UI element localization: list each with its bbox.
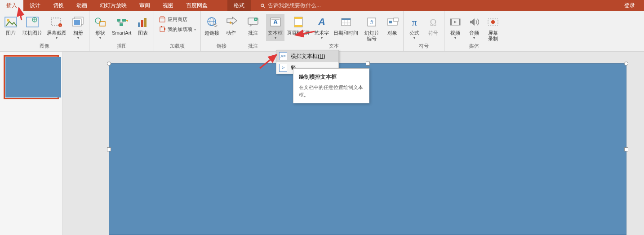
album-icon — [71, 15, 85, 29]
tab-design[interactable]: 设计 — [23, 0, 47, 11]
store-icon — [159, 16, 166, 23]
svg-rect-38 — [294, 17, 302, 19]
horizontal-textbox-icon: A≡ — [279, 52, 287, 60]
svg-marker-57 — [470, 18, 475, 26]
chevron-down-icon: ▾ — [77, 36, 79, 40]
ribbon-group-link: 超链接 动作 链接 — [201, 11, 242, 51]
wordart-button[interactable]: A 艺术字 ▾ — [312, 14, 331, 41]
svg-rect-15 — [117, 19, 120, 22]
vertical-textbox-icon: A — [279, 64, 287, 72]
symbol-button[interactable]: Ω 符号 — [424, 14, 442, 37]
online-picture-button[interactable]: 联机图片 — [21, 14, 44, 37]
ribbon-group-comment: + 批注 批注 — [242, 11, 264, 51]
header-footer-icon — [291, 15, 306, 29]
audio-button[interactable]: 音频 ▾ — [465, 14, 483, 41]
my-addins-button[interactable]: 我的加载项 ▾ — [157, 25, 198, 34]
tell-me-search[interactable]: 告诉我您想要做什么... — [260, 0, 321, 11]
ribbon-group-media: 视频 ▾ 音频 ▾ 屏幕录制 媒体 — [444, 11, 504, 51]
comment-icon: + — [246, 15, 260, 29]
svg-rect-17 — [120, 23, 123, 26]
svg-marker-30 — [230, 22, 231, 23]
equation-button[interactable]: π 公式 ▾ — [405, 14, 423, 41]
svg-rect-14 — [100, 22, 105, 26]
chart-button[interactable]: 图表 — [134, 14, 152, 37]
tab-bar: 插入 设计 切换 动画 幻灯片放映 审阅 视图 百度网盘 格式 告诉我您想要做什… — [0, 0, 644, 11]
slide-number-button[interactable]: # 幻灯片编号 — [361, 14, 382, 43]
tab-view[interactable]: 视图 — [156, 0, 180, 11]
svg-rect-49 — [389, 21, 392, 23]
horizontal-textbox-item[interactable]: A≡ 横排文本框(H) — [276, 50, 338, 62]
textbox-button[interactable]: A 文本框 ▾ — [266, 14, 284, 41]
svg-rect-20 — [141, 20, 143, 27]
object-icon — [385, 15, 400, 29]
tab-animation[interactable]: 动画 — [70, 0, 93, 11]
chevron-down-icon: ▾ — [473, 36, 475, 40]
chevron-down-icon: ▾ — [275, 36, 276, 40]
svg-marker-56 — [454, 21, 457, 23]
datetime-button[interactable]: 日期和时间 — [332, 14, 360, 37]
login-button[interactable]: 登录 — [615, 0, 644, 11]
screenshot-icon: + — [49, 15, 64, 29]
svg-text:+: + — [255, 18, 257, 21]
smartart-button[interactable]: SmartArt — [110, 14, 133, 37]
screenshot-button[interactable]: + 屏幕截图 ▾ — [45, 14, 68, 41]
resize-handle[interactable] — [624, 147, 628, 151]
smartart-icon — [115, 15, 129, 29]
chart-icon — [136, 15, 150, 29]
svg-point-59 — [491, 20, 495, 24]
ribbon-group-text: A 文本框 ▾ 页眉和页脚 A 艺术字 ▾ 日期和时间 # 幻灯片编号 — [264, 11, 404, 51]
header-footer-button[interactable]: 页眉和页脚 — [285, 14, 311, 36]
datetime-icon — [339, 15, 353, 29]
addins-icon — [159, 26, 166, 33]
svg-rect-54 — [450, 19, 452, 25]
textbox-icon: A — [268, 15, 283, 29]
picture-button[interactable]: 图片 — [2, 14, 20, 37]
svg-rect-16 — [122, 19, 126, 22]
resize-handle[interactable] — [107, 62, 111, 66]
tab-insert[interactable]: 插入 — [0, 0, 23, 11]
symbol-icon: Ω — [426, 15, 440, 29]
slide-number-icon: # — [364, 15, 379, 29]
svg-rect-23 — [160, 27, 164, 31]
tab-slideshow[interactable]: 幻灯片放映 — [93, 0, 133, 11]
ribbon: 图片 联机图片 + 屏幕截图 ▾ 相册 ▾ 图像 形状 ▾ — [0, 11, 644, 52]
chevron-down-icon: ▾ — [194, 27, 196, 31]
ribbon-group-addins: 应用商店 我的加载项 ▾ 加载项 — [154, 11, 201, 51]
hyperlink-icon — [205, 15, 219, 29]
hyperlink-button[interactable]: 超链接 — [203, 14, 221, 37]
svg-rect-24 — [161, 26, 162, 27]
screen-record-button[interactable]: 屏幕录制 — [484, 14, 502, 43]
resize-handle[interactable] — [366, 62, 370, 66]
slide-thumbnail-1[interactable] — [4, 55, 59, 99]
album-button[interactable]: 相册 ▾ — [69, 14, 87, 41]
chevron-down-icon: ▾ — [99, 36, 101, 40]
object-button[interactable]: 对象 — [383, 14, 401, 37]
tooltip: 绘制横排文本框 在文档中的任意位置绘制文本框。 — [293, 68, 369, 103]
chevron-down-icon: ▾ — [454, 36, 456, 40]
tab-review[interactable]: 审阅 — [133, 0, 156, 11]
svg-marker-29 — [227, 17, 237, 24]
video-button[interactable]: 视频 ▾ — [446, 14, 464, 41]
resize-handle[interactable] — [624, 62, 628, 66]
shapes-button[interactable]: 形状 ▾ — [91, 14, 109, 41]
tab-transition[interactable]: 切换 — [47, 0, 70, 11]
svg-text:π: π — [412, 17, 417, 28]
slide-thumbnail-panel — [0, 52, 63, 235]
ribbon-group-illustration: 形状 ▾ SmartArt 图表 插图 — [89, 11, 154, 51]
chevron-down-icon: ▾ — [56, 36, 58, 40]
svg-rect-1 — [262, 4, 263, 4]
action-icon — [224, 15, 238, 29]
svg-text:A: A — [318, 16, 325, 27]
record-icon — [486, 15, 500, 29]
svg-text:Ω: Ω — [430, 18, 437, 27]
resize-handle[interactable] — [107, 147, 111, 151]
comment-button[interactable]: + 批注 — [244, 14, 262, 37]
action-button[interactable]: 动作 — [222, 14, 240, 37]
tab-baidu[interactable]: 百度网盘 — [180, 0, 214, 11]
store-button[interactable]: 应用商店 — [157, 15, 198, 24]
svg-point-4 — [7, 19, 9, 22]
svg-rect-12 — [74, 20, 80, 25]
audio-icon — [467, 15, 481, 29]
tab-format[interactable]: 格式 — [227, 0, 251, 11]
shapes-icon — [93, 15, 107, 29]
